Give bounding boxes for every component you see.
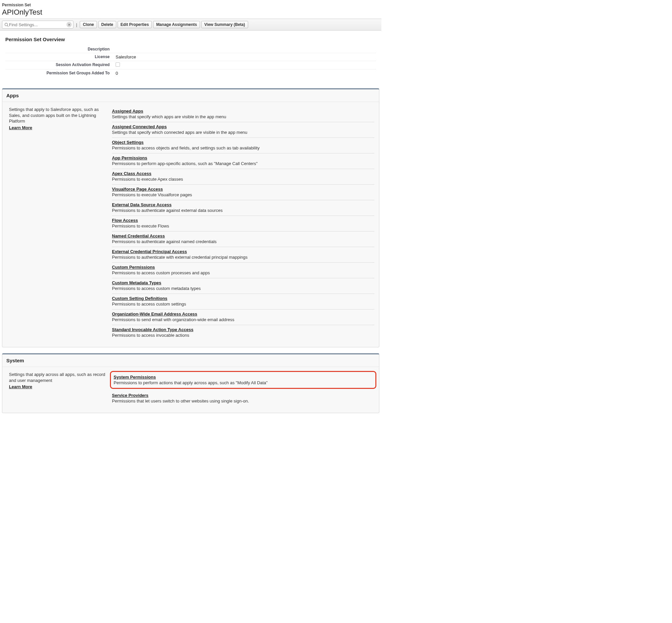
apps-desc: Permissions to send email with organizat…	[112, 317, 374, 322]
apps-link[interactable]: Assigned Connected Apps	[112, 124, 167, 129]
apps-desc: Permissions to access invocable actions	[112, 333, 374, 338]
system-section-desc: Settings that apply across all apps, suc…	[9, 372, 112, 406]
search-container: ✕	[2, 21, 74, 29]
system-heading: System	[2, 354, 379, 367]
apps-link[interactable]: Custom Metadata Types	[112, 280, 162, 285]
apps-section-desc: Settings that apply to Salesforce apps, …	[9, 107, 112, 340]
clear-search-icon[interactable]: ✕	[66, 22, 72, 27]
apps-desc: Settings that specify which connected ap…	[112, 130, 374, 135]
apps-desc: Permissions to authenticate with externa…	[112, 255, 374, 260]
apps-desc: Permissions to access custom processes a…	[112, 270, 374, 275]
apps-desc: Permissions to execute Visualforce pages	[112, 192, 374, 197]
delete-button[interactable]: Delete	[98, 21, 116, 28]
system-desc: Permissions to perform actions that appl…	[114, 380, 373, 385]
apps-item: Object SettingsPermissions to access obj…	[112, 138, 374, 153]
svg-point-0	[5, 23, 7, 26]
system-section: System Settings that apply across all ap…	[2, 353, 379, 413]
manage-assignments-button[interactable]: Manage Assignments	[153, 21, 200, 28]
apps-item: Named Credential AccessPermissions to au…	[112, 232, 374, 247]
apps-link[interactable]: Assigned Apps	[112, 109, 143, 114]
apps-desc: Permissions to access custom metadata ty…	[112, 286, 374, 291]
system-learn-more-link[interactable]: Learn More	[9, 384, 106, 390]
page-title: APIOnlyTest	[2, 8, 379, 17]
apps-item: Organization-Wide Email Address AccessPe…	[112, 309, 374, 325]
apps-link[interactable]: External Credential Principal Access	[112, 249, 187, 254]
apps-item: External Credential Principal AccessPerm…	[112, 247, 374, 263]
apps-desc: Permissions to execute Flows	[112, 224, 374, 229]
system-desc-text: Settings that apply across all apps, suc…	[9, 372, 105, 383]
apps-item: Custom Metadata TypesPermissions to acce…	[112, 278, 374, 294]
apps-item: Custom PermissionsPermissions to access …	[112, 263, 374, 278]
apps-link[interactable]: Organization-Wide Email Address Access	[112, 312, 197, 317]
apps-link[interactable]: Custom Permissions	[112, 265, 155, 270]
apps-desc: Permissions to authenticate against exte…	[112, 208, 374, 213]
apps-item: Standard Invocable Action Type AccessPer…	[112, 325, 374, 340]
session-activation-label: Session Activation Required	[5, 62, 116, 68]
apps-link[interactable]: Custom Setting Definitions	[112, 296, 168, 301]
description-value	[116, 47, 376, 52]
apps-item: Assigned Connected AppsSettings that spe…	[112, 122, 374, 138]
apps-link[interactable]: App Permissions	[112, 155, 147, 160]
apps-item: Assigned AppsSettings that specify which…	[112, 107, 374, 122]
apps-item: Custom Setting DefinitionsPermissions to…	[112, 294, 374, 309]
apps-link[interactable]: Standard Invocable Action Type Access	[112, 327, 193, 332]
system-link[interactable]: Service Providers	[112, 393, 148, 398]
apps-link[interactable]: External Data Source Access	[112, 202, 171, 207]
search-input[interactable]	[9, 22, 66, 27]
apps-item: Apex Class AccessPermissions to execute …	[112, 169, 374, 185]
apps-desc: Settings that specify which apps are vis…	[112, 114, 374, 119]
apps-link[interactable]: Object Settings	[112, 140, 144, 145]
apps-desc: Permissions to authenticate against name…	[112, 239, 374, 244]
perm-set-groups-value: 0	[116, 71, 376, 76]
session-activation-value	[116, 62, 376, 68]
search-icon	[4, 22, 9, 27]
apps-link-list: Assigned AppsSettings that specify which…	[112, 107, 374, 340]
apps-item: External Data Source AccessPermissions t…	[112, 200, 374, 216]
overview-heading: Permission Set Overview	[5, 36, 376, 42]
system-item: System PermissionsPermissions to perform…	[110, 371, 376, 389]
apps-desc-text: Settings that apply to Salesforce apps, …	[9, 107, 99, 123]
system-link-list: System PermissionsPermissions to perform…	[112, 372, 374, 406]
system-desc: Permissions that let users switch to oth…	[112, 398, 374, 404]
apps-learn-more-link[interactable]: Learn More	[9, 125, 106, 131]
apps-desc: Permissions to perform app-specific acti…	[112, 161, 374, 166]
apps-link[interactable]: Visualforce Page Access	[112, 187, 163, 191]
apps-item: Flow AccessPermissions to execute Flows	[112, 216, 374, 232]
session-activation-checkbox	[116, 62, 120, 67]
license-value: Salesforce	[116, 55, 376, 59]
apps-section: Apps Settings that apply to Salesforce a…	[2, 88, 379, 347]
overview-panel: Permission Set Overview Description Lice…	[1, 34, 380, 82]
apps-desc: Permissions to execute Apex classes	[112, 177, 374, 182]
license-label: License	[5, 55, 116, 59]
system-link[interactable]: System Permissions	[114, 375, 156, 380]
svg-line-1	[7, 25, 8, 26]
page-type-label: Permission Set	[2, 3, 379, 7]
perm-set-groups-label: Permission Set Groups Added To	[5, 71, 116, 76]
apps-item: App PermissionsPermissions to perform ap…	[112, 153, 374, 169]
toolbar: ✕ | Clone Delete Edit Properties Manage …	[0, 19, 381, 31]
apps-link[interactable]: Flow Access	[112, 218, 138, 223]
apps-desc: Permissions to access custom settings	[112, 301, 374, 306]
edit-properties-button[interactable]: Edit Properties	[118, 21, 152, 28]
apps-heading: Apps	[2, 89, 379, 102]
description-label: Description	[5, 47, 116, 52]
clone-button[interactable]: Clone	[80, 21, 97, 28]
apps-link[interactable]: Named Credential Access	[112, 234, 165, 238]
toolbar-separator: |	[75, 22, 79, 27]
view-summary-button[interactable]: View Summary (Beta)	[201, 21, 248, 28]
system-item: Service ProvidersPermissions that let us…	[112, 391, 374, 406]
apps-link[interactable]: Apex Class Access	[112, 171, 151, 176]
apps-desc: Permissions to access objects and fields…	[112, 145, 374, 150]
apps-item: Visualforce Page AccessPermissions to ex…	[112, 185, 374, 200]
